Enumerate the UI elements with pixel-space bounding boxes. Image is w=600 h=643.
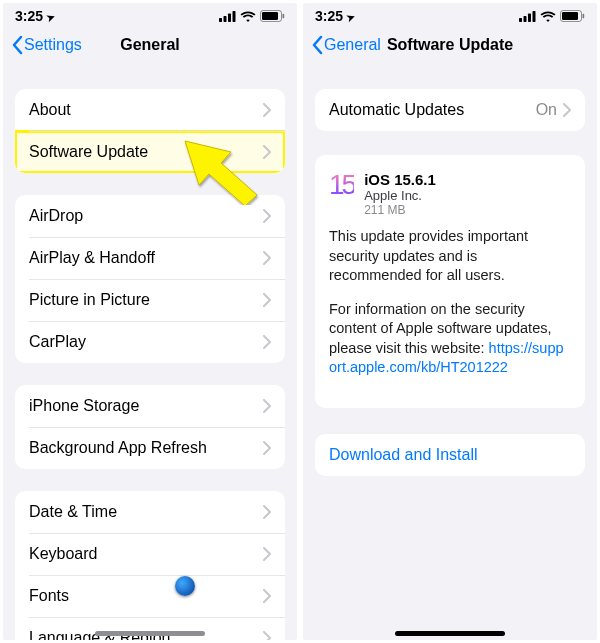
chevron-right-icon — [263, 441, 271, 455]
page-title: Software Update — [387, 36, 513, 54]
general-settings-screen: 3:25 ➤ Settings General About Software U… — [3, 3, 297, 640]
row-carplay[interactable]: CarPlay — [15, 321, 285, 363]
update-os-name: iOS 15.6.1 — [364, 171, 436, 188]
update-details-card: 15 iOS 15.6.1 Apple Inc. 211 MB This upd… — [315, 155, 585, 408]
wifi-icon — [240, 11, 256, 22]
row-date-time[interactable]: Date & Time — [15, 491, 285, 533]
settings-scroll[interactable]: About Software Update AirDrop AirPlay & … — [3, 67, 297, 640]
status-bar: 3:25 ➤ — [303, 3, 597, 23]
update-size: 211 MB — [364, 203, 436, 217]
row-keyboard[interactable]: Keyboard — [15, 533, 285, 575]
chevron-right-icon — [263, 589, 271, 603]
chevron-right-icon — [263, 399, 271, 413]
ios-version-icon: 15 — [329, 171, 354, 217]
group-about: About Software Update — [15, 89, 285, 173]
row-label: CarPlay — [29, 333, 263, 351]
row-software-update[interactable]: Software Update — [15, 131, 285, 173]
cursor-icon — [175, 576, 195, 596]
status-right-icons — [219, 10, 285, 22]
status-right-icons — [519, 10, 585, 22]
chevron-right-icon — [263, 631, 271, 640]
back-button[interactable]: General — [311, 35, 381, 55]
svg-rect-1 — [224, 16, 227, 22]
row-label: Keyboard — [29, 545, 263, 563]
row-automatic-updates[interactable]: Automatic Updates On — [315, 89, 585, 131]
battery-icon — [260, 10, 285, 22]
row-picture-in-picture[interactable]: Picture in Picture — [15, 279, 285, 321]
back-label: General — [324, 36, 381, 54]
row-label: About — [29, 101, 263, 119]
row-label: AirDrop — [29, 207, 263, 225]
row-about[interactable]: About — [15, 89, 285, 131]
update-description: This update provides important security … — [329, 227, 571, 378]
update-info: iOS 15.6.1 Apple Inc. 211 MB — [364, 171, 436, 217]
group-storage: iPhone Storage Background App Refresh — [15, 385, 285, 469]
download-install-button[interactable]: Download and Install — [315, 434, 585, 476]
group-auto-updates: Automatic Updates On — [315, 89, 585, 131]
battery-icon — [560, 10, 585, 22]
status-time: 3:25 ➤ — [315, 8, 355, 24]
row-label: Picture in Picture — [29, 291, 263, 309]
row-airplay-handoff[interactable]: AirPlay & Handoff — [15, 237, 285, 279]
svg-rect-6 — [283, 14, 285, 19]
back-button[interactable]: Settings — [11, 35, 82, 55]
row-label: Fonts — [29, 587, 263, 605]
row-background-app-refresh[interactable]: Background App Refresh — [15, 427, 285, 469]
chevron-right-icon — [563, 103, 571, 117]
chevron-right-icon — [263, 251, 271, 265]
chevron-left-icon — [11, 35, 23, 55]
update-desc-p1: This update provides important security … — [329, 227, 571, 286]
chevron-right-icon — [263, 145, 271, 159]
chevron-right-icon — [263, 335, 271, 349]
row-label: iPhone Storage — [29, 397, 263, 415]
svg-rect-10 — [533, 11, 536, 22]
home-indicator[interactable] — [95, 631, 205, 636]
row-label: Automatic Updates — [329, 101, 536, 119]
row-iphone-storage[interactable]: iPhone Storage — [15, 385, 285, 427]
chevron-right-icon — [263, 209, 271, 223]
update-scroll[interactable]: Automatic Updates On 15 iOS 15.6.1 Apple… — [303, 67, 597, 640]
row-airdrop[interactable]: AirDrop — [15, 195, 285, 237]
group-locale: Date & Time Keyboard Fonts Language & Re… — [15, 491, 285, 640]
svg-rect-8 — [524, 16, 527, 22]
row-label: Date & Time — [29, 503, 263, 521]
status-time: 3:25 ➤ — [15, 8, 55, 24]
row-label: Software Update — [29, 143, 263, 161]
update-desc-p2: For information on the security content … — [329, 300, 571, 378]
row-label: Background App Refresh — [29, 439, 263, 457]
row-language-region[interactable]: Language & Region — [15, 617, 285, 640]
back-label: Settings — [24, 36, 82, 54]
svg-rect-7 — [519, 18, 522, 22]
svg-rect-2 — [228, 13, 231, 22]
svg-rect-9 — [528, 13, 531, 22]
update-vendor: Apple Inc. — [364, 188, 436, 203]
row-value: On — [536, 101, 557, 119]
group-connectivity: AirDrop AirPlay & Handoff Picture in Pic… — [15, 195, 285, 363]
svg-rect-12 — [562, 12, 578, 20]
svg-rect-3 — [233, 11, 236, 22]
update-header: 15 iOS 15.6.1 Apple Inc. 211 MB — [329, 171, 571, 217]
wifi-icon — [540, 11, 556, 22]
svg-rect-0 — [219, 18, 222, 22]
chevron-right-icon — [263, 293, 271, 307]
home-indicator[interactable] — [395, 631, 505, 636]
cellular-icon — [519, 11, 536, 22]
software-update-screen: 3:25 ➤ General Software Update Automatic… — [303, 3, 597, 640]
row-fonts[interactable]: Fonts — [15, 575, 285, 617]
chevron-right-icon — [263, 547, 271, 561]
row-label: AirPlay & Handoff — [29, 249, 263, 267]
nav-bar: Settings General — [3, 23, 297, 67]
svg-rect-5 — [262, 12, 278, 20]
cellular-icon — [219, 11, 236, 22]
chevron-left-icon — [311, 35, 323, 55]
chevron-right-icon — [263, 505, 271, 519]
nav-bar: General Software Update — [303, 23, 597, 67]
status-bar: 3:25 ➤ — [3, 3, 297, 23]
chevron-right-icon — [263, 103, 271, 117]
svg-rect-13 — [583, 14, 585, 19]
